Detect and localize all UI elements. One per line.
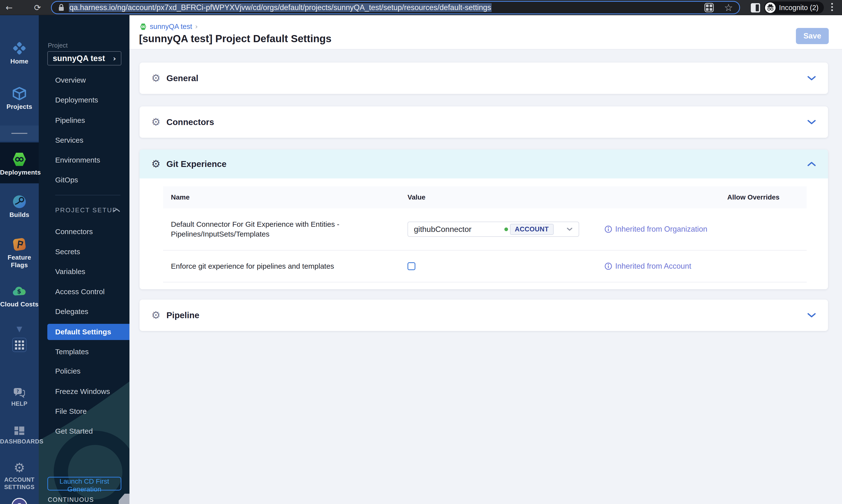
nav-item-get-started[interactable]: Get Started — [55, 426, 93, 437]
nav-item-templates[interactable]: Templates — [55, 346, 89, 357]
accordion-pipeline-header[interactable]: ⚙ Pipeline — [140, 300, 828, 331]
module-picker-icon[interactable] — [12, 338, 26, 352]
browser-toolbar: ← ⟳ qa.harness.io/ng/account/px7xd_BFRCi… — [0, 0, 842, 15]
rail-label: DASHBOARDS — [0, 438, 39, 445]
incognito-label: Incognito (2) — [779, 4, 819, 12]
accordion-general: ⚙ General — [140, 62, 828, 94]
rail-collapse-icon[interactable]: ▼ — [0, 325, 39, 333]
nav-item-variables[interactable]: Variables — [55, 266, 85, 277]
page-title: [sunnyQA test] Project Default Settings — [139, 33, 332, 44]
setting-name: Enforce git experience for pipelines and… — [171, 261, 399, 271]
sidebar-collapse-handle[interactable]: ◀ — [119, 494, 129, 504]
chevron-down-icon[interactable] — [807, 312, 816, 318]
rail-label: ACCOUNT — [0, 476, 39, 483]
nav-item-freeze-windows[interactable]: Freeze Windows — [55, 386, 110, 397]
accordion-git-experience: ⚙ Git Experience Name Value Allow Overri… — [140, 149, 828, 289]
connector-select[interactable]: githubConnector ACCOUNT — [408, 221, 579, 237]
nav-item-default-settings-active[interactable]: Default Settings — [47, 324, 129, 340]
incognito-icon — [765, 2, 775, 13]
rail-item-builds[interactable]: Builds — [0, 194, 39, 219]
chevron-up-icon — [113, 208, 120, 213]
breadcrumb: sunnyQA test › — [140, 22, 198, 31]
nav-item-pipelines[interactable]: Pipelines — [55, 115, 85, 126]
url-text[interactable]: qa.harness.io/ng/account/px7xd_BFRCi-pfW… — [69, 3, 491, 12]
qmark-glyph: ? — [16, 389, 19, 394]
nav-item-secrets[interactable]: Secrets — [55, 246, 80, 257]
inherited-from-account-link[interactable]: Inherited from Account — [604, 262, 691, 271]
rail-item-projects[interactable]: Projects — [0, 86, 39, 111]
rail-label: Home — [0, 58, 39, 65]
account-settings-gear-icon: ⚙ — [14, 461, 25, 474]
help-icon: ? — [0, 387, 39, 399]
chevron-down-icon[interactable] — [567, 227, 573, 231]
cloud-costs-icon: $ — [0, 284, 39, 299]
table-row: Default Connector For Git Experience wit… — [163, 209, 807, 250]
module-rail: Home Projects Deployments — [0, 15, 39, 504]
nav-item-services[interactable]: Services — [55, 135, 83, 146]
projects-icon — [0, 86, 39, 101]
bookmark-star-icon[interactable]: ☆ — [724, 3, 733, 13]
column-header-allow-overrides: Allow Overrides — [727, 186, 780, 209]
incognito-badge[interactable]: Incognito (2) — [764, 1, 824, 14]
nav-item-overview[interactable]: Overview — [55, 75, 86, 86]
rail-label: Deployments — [0, 169, 39, 176]
accordion-pipeline: ⚙ Pipeline — [140, 300, 828, 331]
inherited-label: Inherited from Account — [615, 262, 691, 271]
chevron-down-icon[interactable] — [807, 75, 816, 81]
project-setup-header[interactable]: PROJECT SETUP — [55, 205, 120, 215]
rail-label: Cloud Costs — [0, 301, 39, 308]
rail-item-deployments[interactable]: Deployments — [0, 142, 39, 183]
chevron-right-icon: › — [113, 54, 116, 63]
accordion-connectors-header[interactable]: ⚙ Connectors — [140, 106, 828, 138]
enforce-git-checkbox[interactable] — [408, 262, 415, 270]
nav-item-connectors[interactable]: Connectors — [55, 226, 93, 237]
chevron-down-icon[interactable] — [807, 120, 816, 125]
inherited-label: Inherited from Organization — [615, 225, 707, 234]
section-label: Pipeline — [166, 310, 199, 320]
nav-item-file-store[interactable]: File Store — [55, 406, 87, 417]
deployments-icon — [0, 152, 39, 167]
rail-item-help[interactable]: ? HELP — [0, 387, 39, 407]
nav-item-deployments[interactable]: Deployments — [55, 95, 98, 105]
rail-item-account-settings[interactable]: ⚙ ACCOUNT SETTINGS — [0, 461, 39, 490]
rail-label: HELP — [0, 400, 39, 407]
rail-item-dashboards[interactable]: DASHBOARDS — [0, 425, 39, 445]
accordion-general-header[interactable]: ⚙ General — [140, 62, 828, 94]
nav-item-environments[interactable]: Environments — [55, 155, 100, 165]
browser-menu-icon[interactable] — [831, 3, 833, 11]
breadcrumb-chevron-icon: › — [195, 22, 198, 31]
user-avatar[interactable]: S — [12, 498, 27, 504]
chevron-up-icon[interactable] — [807, 161, 816, 167]
breadcrumb-project-link[interactable]: sunnyQA test — [150, 22, 192, 31]
section-label: Connectors — [166, 117, 214, 127]
nav-item-delegates[interactable]: Delegates — [55, 306, 88, 317]
refresh-icon[interactable]: ⟳ — [31, 1, 43, 14]
side-panel-icon[interactable] — [751, 3, 760, 13]
avatar-letter: S — [17, 502, 22, 504]
page-header: sunnyQA test › [sunnyQA test] Project De… — [129, 15, 842, 50]
launch-cd-first-gen-button[interactable]: Launch CD First Generation — [47, 477, 121, 490]
nav-item-gitops[interactable]: GitOps — [55, 175, 78, 185]
project-selector[interactable]: sunnyQA test › — [47, 51, 121, 66]
scope-badge: ACCOUNT — [510, 224, 554, 235]
nav-item-access-control[interactable]: Access Control — [55, 286, 105, 297]
tab-groups-icon[interactable] — [704, 3, 714, 12]
project-sidebar: Project sunnyQA test › Overview Deployme… — [39, 15, 129, 504]
rail-item-cloud-costs[interactable]: $ Cloud Costs — [0, 284, 39, 308]
main-content: sunnyQA test › [sunnyQA test] Project De… — [129, 15, 842, 504]
rail-item-home[interactable]: Home — [0, 41, 39, 65]
nav-item-policies[interactable]: Policies — [55, 366, 80, 377]
save-button[interactable]: Save — [796, 28, 829, 44]
back-icon[interactable]: ← — [3, 1, 15, 14]
inherited-from-org-link[interactable]: Inherited from Organization — [604, 225, 707, 234]
rail-item-feature-flags[interactable]: Feature Flags — [0, 237, 39, 269]
dashboards-icon — [0, 425, 39, 436]
url-bar[interactable]: qa.harness.io/ng/account/px7xd_BFRCi-pfW… — [51, 1, 740, 14]
project-name: sunnyQA test — [53, 54, 105, 63]
accordion-git-header[interactable]: ⚙ Git Experience — [140, 149, 828, 178]
rail-label: SETTINGS — [0, 484, 39, 490]
builds-icon — [0, 194, 39, 209]
lock-icon — [58, 4, 65, 11]
project-setup-label: PROJECT SETUP — [55, 206, 118, 214]
project-section-label: Project — [48, 42, 68, 49]
